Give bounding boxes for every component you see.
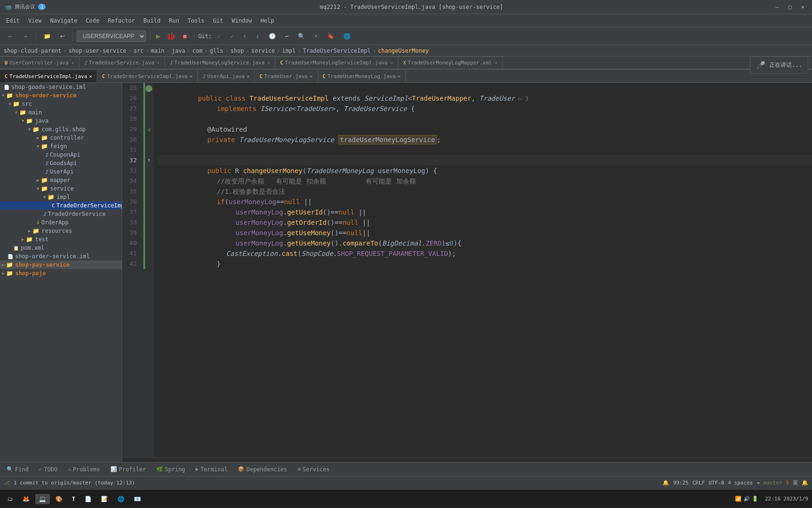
sidebar-item-src[interactable]: ▼ 📁 src [0,100,122,108]
sidebar-item-controller[interactable]: ▶ 📁 controller [0,134,122,142]
tab-close[interactable]: × [310,73,313,79]
git-history-btn[interactable]: 🕐 [265,32,280,41]
sidebar-item-pom[interactable]: 📋 pom.xml [0,244,122,252]
sidebar-item-resources[interactable]: ▶ 📁 resources [0,227,122,235]
bc-glls[interactable]: glls [210,48,223,54]
forward-btn[interactable]: → [19,32,32,41]
sidebar-item-test[interactable]: ▶ 📁 test [0,235,122,244]
search-btn[interactable]: 🔍 [294,32,309,41]
tab-tradeuserserviceimpl[interactable]: C TradeUserServiceImpl.java × [0,70,97,82]
sidebar-item-com-glls-shop[interactable]: ▼ 📁 com.glls.shop [0,125,122,134]
sidebar-item-orderapp[interactable]: A OrderApp [0,218,122,227]
tab-services[interactable]: ⚙ Services [293,464,334,475]
git-push-btn[interactable]: ↑ [239,32,250,41]
status-time[interactable]: 99:25 [673,480,688,486]
taskbar-app-ide[interactable]: 💻 [35,494,50,504]
menu-view[interactable]: View [24,16,46,25]
bc-com[interactable]: com [192,48,203,54]
tab-tradeuser[interactable]: C TradeUser.java × [255,70,318,82]
git-pull-btn[interactable]: ↓ [252,32,263,41]
sidebar-item-main[interactable]: ▼ 📁 main [0,108,122,117]
code-content[interactable]: 25 26 27 28 29 30 31 32 33 34 35 36 37 3… [122,83,812,457]
taskbar-app-files[interactable]: 🗂 [4,494,17,504]
taskbar-app-notes[interactable]: 📝 [97,494,112,504]
run-config-dropdown[interactable]: USERSERVICEAPP [77,31,146,42]
taskbar-app-browser[interactable]: 🌐 [114,494,128,504]
run-tasks-btn[interactable]: ⚡ [311,32,321,41]
tab-close[interactable]: × [89,73,93,79]
git-revert-btn[interactable]: ↩ [281,32,292,41]
tab-close[interactable]: × [267,60,270,65]
maximize-btn[interactable]: □ [786,3,795,11]
status-vcs[interactable]: master [764,480,782,486]
bc-shop-cloud-parent[interactable]: shop-cloud-parent [4,48,62,54]
tab-find[interactable]: 🔍 Find [2,464,33,475]
tab-userapi[interactable]: I UserApi.java × [198,70,255,82]
status-indent[interactable]: 4 spaces [728,480,753,486]
sidebar-item-impl[interactable]: ▼ 📁 impl [0,193,122,201]
window-controls[interactable]: – □ × [773,3,807,11]
taskbar-battery-icon[interactable]: 🔋 [752,496,758,502]
tab-profiler[interactable]: 📊 Profiler [106,464,151,475]
status-crlf[interactable]: CRLF [692,480,705,486]
status-charset[interactable]: UTF-8 [709,480,724,486]
taskbar-app-design[interactable]: 🎨 [52,494,66,504]
taskbar-app-email[interactable]: 📧 [130,494,145,504]
tab-terminal[interactable]: ▶ Terminal [191,464,232,475]
taskbar-app-firefox[interactable]: 🦊 [19,494,33,504]
sidebar-item-goodsapi[interactable]: I GoodsApi [0,159,122,167]
gutter-marker-25[interactable]: ⬤ [146,83,152,93]
menu-tools[interactable]: Tools [184,16,208,25]
tab-close[interactable]: × [71,60,74,65]
bc-src[interactable]: src [133,48,144,54]
tab-tradeusermoneylog[interactable]: C TradeUserMoneyLog.java × [318,70,406,82]
menu-window[interactable]: Window [228,16,256,25]
run-btn[interactable]: ▶ [154,31,163,41]
bc-main[interactable]: main [151,48,164,54]
menu-edit[interactable]: Edit [2,16,23,25]
bc-class[interactable]: TradeUserServiceImpl [303,48,371,54]
bc-java[interactable]: java [172,48,185,54]
bc-method[interactable]: changeUserMoney [378,48,429,54]
sidebar-item-mapper[interactable]: ▶ 📁 mapper [0,176,122,184]
bookmarks-btn[interactable]: 🔖 [323,32,338,41]
git-commit-btn[interactable]: ✓ [226,32,237,41]
menu-run[interactable]: Run [165,16,183,25]
tab-tradeuserservice[interactable]: I TradeUserService.java × [79,56,165,69]
tab-usercontroller[interactable]: U UserController.java × [0,56,79,69]
taskbar-app-docs[interactable]: 📄 [81,494,95,504]
stop-btn[interactable]: ■ [180,32,190,41]
code-lines[interactable]: public class TradeUserServiceImpl extend… [154,83,812,457]
sidebar-item-service[interactable]: ▼ 📁 service [0,184,122,193]
close-btn[interactable]: × [798,3,807,11]
menu-code[interactable]: Code [82,16,103,25]
menu-build[interactable]: Build [140,16,164,25]
debug-btn[interactable]: 🐞 [164,31,178,41]
tab-close[interactable]: × [189,73,193,79]
sidebar-item-order-iml[interactable]: 📄 shop-order-service.iml [0,252,122,261]
minimize-btn[interactable]: – [773,3,781,11]
sidebar-item-userapi[interactable]: I UserApi [0,167,122,176]
horizontal-scrollbar[interactable] [122,457,812,462]
sidebar-item-couponapi[interactable]: I CouponApi [0,151,122,159]
commit-text[interactable]: 1 commit to origin/master (today 12:13) [14,480,135,486]
tab-mapper-xml[interactable]: X TradeUserMoneyLogMapper.xml × [398,56,503,69]
sidebar-item-feign[interactable]: ▼ 📁 feign [0,142,122,151]
taskbar-audio-icon[interactable]: 🔊 [743,496,750,502]
tab-tradeorderserviceimpl[interactable]: C TradeOrderServiceImpl.java × [97,70,198,82]
taskbar-app-text[interactable]: T [68,494,79,504]
tab-close[interactable]: × [157,60,160,65]
tab-close[interactable]: × [247,73,250,79]
gutter-marker-29[interactable]: ↺ [146,124,152,135]
sidebar-item-tradeorderserviceimpl[interactable]: C TradeOrderServiceImpl [0,201,122,210]
sidebar-item-java[interactable]: ▼ 📁 java [0,117,122,125]
bc-service[interactable]: service [251,48,275,54]
menu-refactor[interactable]: Refactor [104,16,139,25]
menu-help[interactable]: Help [257,16,278,25]
tab-dependencies[interactable]: 📦 Dependencies [233,464,292,475]
sidebar-item-iml[interactable]: 📄 shop-goods-service.iml [0,83,122,91]
tab-problems[interactable]: ⚠ Problems [63,464,104,475]
recent-files-btn[interactable]: 📁 [40,32,55,41]
translate-btn[interactable]: 🌐 [340,32,354,41]
git-check-btn[interactable]: ✓ [214,32,225,41]
